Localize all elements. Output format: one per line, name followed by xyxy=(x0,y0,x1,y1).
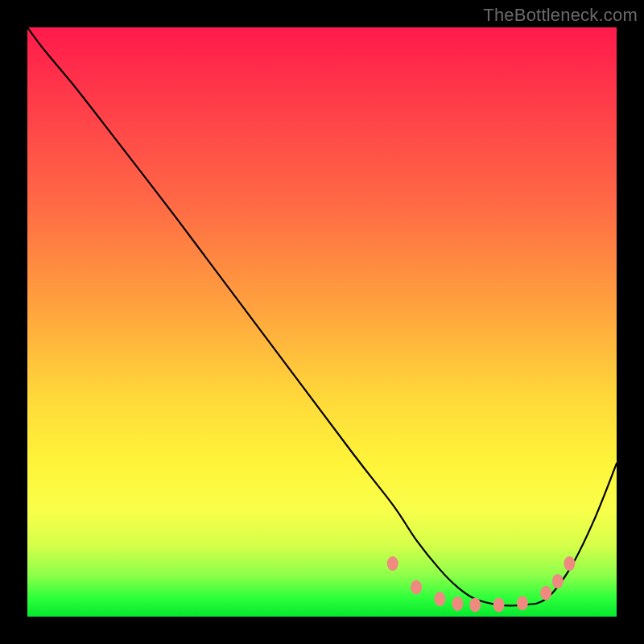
marker-dot xyxy=(493,597,505,612)
marker-dot xyxy=(469,597,481,612)
highlight-dots xyxy=(387,556,576,612)
marker-dot xyxy=(387,556,398,571)
marker-dot xyxy=(411,580,422,594)
marker-dot xyxy=(552,574,564,588)
marker-dot xyxy=(452,597,463,611)
chart-frame: TheBottleneck.com xyxy=(0,0,644,644)
marker-dot xyxy=(434,592,445,606)
marker-dot xyxy=(540,586,551,601)
marker-dot xyxy=(517,596,528,610)
chart-svg xyxy=(27,27,617,617)
attribution-label: TheBottleneck.com xyxy=(483,5,638,26)
marker-dot xyxy=(564,556,575,571)
plot-area xyxy=(27,27,617,617)
bottleneck-curve xyxy=(27,27,617,605)
